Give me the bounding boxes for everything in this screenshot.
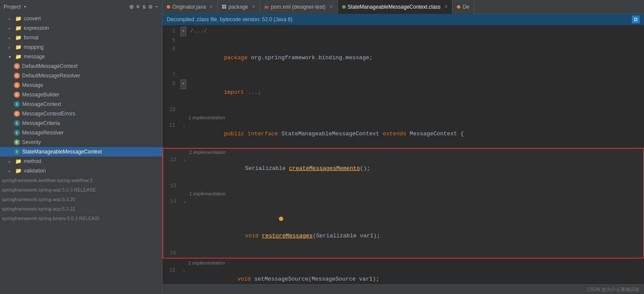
tabs-container: Originator.java ✕ package ✕ m pom.xml (d… [162,0,644,14]
project-header: Project ▾ ⊕ ≡ ⇅ ⚙ − [0,0,162,14]
tab-pomxml[interactable]: m pom.xml (designer-test) ✕ [260,0,338,14]
folder-arrow-validation: ▸ [9,169,13,173]
line-num-11: 11 [162,121,180,130]
sidebar-item-message[interactable]: ▾ 📁 message [0,52,162,61]
list-icon[interactable]: ≡ [136,3,139,10]
badge-MessageBuilder: C [14,92,20,98]
code-line-16: 16 ↓ void setMessageSource(MessageSource… [162,266,644,284]
code-line-7: 7 [162,71,644,80]
line-content-16: void setMessageSource(MessageSource var1… [188,266,644,284]
line-content-1: /.../ [188,27,644,35]
sidebar-dep-2: springframework:spring-aop:5.0.3.RELEASE [0,185,162,195]
code-view[interactable]: 1 + /.../ 5 6 package org.springframewor… [162,25,644,284]
folder-icon-expression: 📁 [15,25,22,31]
gear-icon[interactable]: ⚙ [149,3,152,10]
line-gutter-12: ↓ [181,156,189,164]
folder-arrow-message: ▾ [9,54,13,59]
sidebar-item-MessageContext[interactable]: I MessageContext [0,99,162,109]
collapse-1[interactable]: + [181,27,186,36]
sidebar-item-DefaultMessageResolver[interactable]: C DefaultMessageResolver [0,71,162,80]
highlight-region: 1 implementation 12 ↓ Serializable creat… [162,148,644,259]
folder-icon-convert: 📁 [15,16,22,22]
sidebar-dep-label-1: springframework.webflow:spring-webflow:2… [2,178,94,183]
tab-package[interactable]: package ✕ [218,0,260,14]
impl-arrow-11[interactable]: ↓ [183,121,186,130]
sidebar-label-expression: expression [24,25,49,31]
folder-arrow-expression: ▸ [9,26,13,31]
tab-close-originator[interactable]: ✕ [209,4,213,10]
line-num-10: 10 [162,105,180,114]
sidebar-label-Message: Message [22,82,43,88]
tab-de[interactable]: De [453,0,474,14]
sidebar-item-Severity[interactable]: E Severity [0,137,162,147]
tab-close-package[interactable]: ✕ [252,4,256,10]
line-num-12: 12 [163,156,181,164]
sidebar-label-StateManageableMessageContext: StateManageableMessageContext [22,149,102,155]
code-line-14: 14 ↓ void restoreMessages(Serializable v… [163,197,643,249]
sidebar-dep-1: springframework.webflow:spring-webflow:2… [0,176,162,185]
badge-MessageCriteria: I [14,120,20,126]
line-num-13: 13 [163,182,181,190]
line-gutter-1: + [180,27,188,36]
sidebar-item-MessageContextErrors[interactable]: C MessageContextErrors [0,109,162,118]
code-line-13: 13 [163,182,643,190]
badge-StateManageableMessageContext: I [14,149,20,155]
impl-arrow-12[interactable]: ↓ [184,156,187,164]
sidebar-dep-label-3: springframework:spring-aop:5.3.20 [2,197,75,202]
folder-icon-message: 📁 [15,54,22,60]
code-line-6: 6 package org.springframework.binding.me… [162,45,644,71]
tab-close-statemgr[interactable]: ✕ [444,4,448,10]
line-num-15: 15 [163,249,181,258]
line-gutter-16: ↓ [180,266,188,275]
sidebar-item-mapping[interactable]: ▸ 📁 mapping [0,42,162,52]
sidebar-item-convert[interactable]: ▸ 📁 convert [0,14,162,23]
sidebar-label-format: format [24,35,39,41]
sidebar-item-method[interactable]: ▸ 📁 method [0,157,162,166]
code-line-1: 1 + /.../ [162,27,644,36]
badge-DefaultMessageContext: C [14,63,20,69]
sidebar-label-message: message [24,54,45,60]
sidebar-item-DefaultMessageContext[interactable]: C DefaultMessageContext [0,61,162,71]
status-bar: CSDN @为什么要做囚徒 [162,284,644,294]
add-icon[interactable]: ⊕ [129,3,134,11]
tab-statemgr[interactable]: StateManageableMessageContext.class ✕ [338,0,453,14]
code-line-11: 11 ↓ public interface StateManageableMes… [162,121,644,147]
sidebar-dep-label-4: springframework:spring-aop:5.3.22 [2,206,75,211]
tab-icon-originator [167,5,170,9]
filter-icon[interactable]: ⇅ [142,3,146,10]
tab-close-pomxml[interactable]: ✕ [329,4,333,10]
sidebar-item-validation[interactable]: ▸ 📁 validation [0,166,162,176]
sidebar-item-format[interactable]: ▸ 📁 format [0,33,162,42]
sidebar-item-MessageBuilder[interactable]: C MessageBuilder [0,90,162,99]
tab-icon-statemgr [342,5,346,9]
impl-label-3: 1 implementation [162,259,644,266]
project-label: Project [3,3,21,10]
sidebar-label-MessageContext: MessageContext [22,101,61,107]
info-bar-button[interactable]: D [632,16,640,23]
impl-arrow-16[interactable]: ↓ [183,266,186,275]
tab-label-package: package [228,4,248,10]
folder-icon-method: 📁 [15,158,22,164]
sidebar-item-MessageCriteria[interactable]: I MessageCriteria [0,118,162,128]
sidebar-label-DefaultMessageContext: DefaultMessageContext [22,63,78,69]
minimize-icon[interactable]: − [155,3,159,10]
sidebar-item-expression[interactable]: ▸ 📁 expression [0,23,162,33]
sidebar-dep-label-5: springframework:spring-beans:5.0.3.RELEA… [2,216,99,221]
sidebar-item-MessageResolver[interactable]: I MessageResolver [0,128,162,137]
folder-arrow-mapping: ▸ [9,45,13,50]
sidebar-item-Message[interactable]: C Message [0,80,162,90]
sidebar-dep-4: springframework:spring-aop:5.3.22 [0,204,162,214]
sidebar-item-StateManageableMessageContext[interactable]: I StateManageableMessageContext [0,147,162,157]
tab-originator[interactable]: Originator.java ✕ [162,0,218,14]
folder-icon-validation: 📁 [15,168,22,174]
impl-arrow-14[interactable]: ↓ [184,197,187,206]
sidebar-dep-3: springframework:spring-aop:5.3.20 [0,195,162,204]
impl-label-inner-2: 1 implementation [163,190,643,197]
sidebar-label-MessageCriteria: MessageCriteria [22,120,60,126]
line-content-8: import ...; [188,80,644,105]
sidebar-label-convert: convert [24,16,41,22]
line-num-7: 7 [162,71,180,80]
folder-arrow-format: ▸ [9,35,13,40]
badge-Severity: E [14,139,20,145]
collapse-8[interactable]: + [181,80,186,89]
